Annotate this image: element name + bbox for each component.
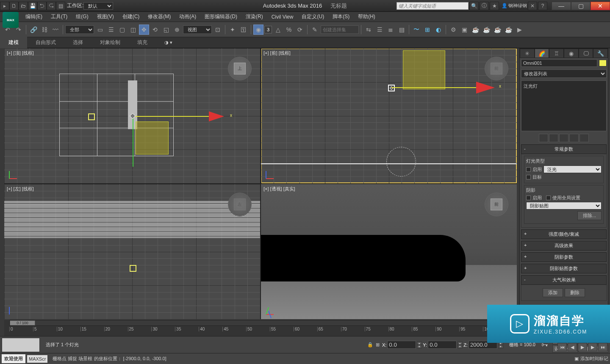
abs-rel-icon[interactable]: ⊞ — [376, 342, 380, 347]
teapot3-icon[interactable]: ☕ — [492, 25, 502, 35]
teapot2-icon[interactable]: ☕ — [481, 25, 491, 35]
lock-icon[interactable]: 🔒 — [367, 342, 373, 347]
window-maximize-button[interactable]: ▢ — [571, 2, 591, 10]
rollout-shadowmap[interactable]: +阴影贴图参数 — [521, 264, 607, 273]
ribbon-tab-selection[interactable]: 选择 — [64, 37, 92, 48]
menu-grapheditor[interactable]: 图形编辑器(D) — [200, 11, 241, 22]
window-crossing-icon[interactable]: ◫ — [128, 25, 138, 35]
delete-button[interactable]: 删除 — [565, 288, 585, 297]
maxscript-label[interactable]: MAXScr — [27, 355, 47, 363]
remove-mod-icon[interactable] — [569, 134, 579, 142]
select-name-icon[interactable]: ☰ — [106, 25, 116, 35]
unique-icon[interactable] — [559, 134, 568, 142]
viewcube-front[interactable]: 前 — [485, 57, 508, 80]
pin-stack-icon[interactable] — [539, 134, 548, 142]
menu-render[interactable]: 渲染(R) — [241, 11, 267, 22]
window-minimize-button[interactable]: — — [552, 2, 571, 10]
rect-region-icon[interactable]: ▢ — [117, 25, 127, 35]
ribbon-tab-freeform[interactable]: 自由形式 — [27, 37, 64, 48]
tab-motion-icon[interactable]: ◉ — [564, 49, 579, 58]
z-spinner-down[interactable]: ▾ — [498, 345, 503, 348]
object-color-swatch[interactable] — [599, 60, 607, 66]
viewport-top[interactable]: [+] [顶] [线框] x 上 — [4, 48, 260, 183]
enable-checkbox[interactable] — [526, 167, 531, 172]
shadow-type-select[interactable]: 阴影贴图 — [526, 202, 602, 210]
selection-filter-select[interactable]: 全部 — [65, 25, 94, 34]
workspace-select[interactable]: 默认 — [83, 2, 113, 10]
viewcube-left[interactable]: 左 — [228, 193, 252, 216]
search-icon[interactable]: 🔍 — [469, 2, 479, 10]
viewport-top-label[interactable]: [+] [顶] [线框] — [7, 50, 34, 56]
tab-hierarchy-icon[interactable]: ♖ — [549, 49, 564, 58]
pivot-icon[interactable]: ⊡ — [213, 25, 223, 35]
modifier-stack[interactable]: 泛光灯 — [521, 80, 607, 131]
scale-icon[interactable]: ◱ — [161, 25, 171, 35]
teapot1-icon[interactable]: ☕ — [470, 25, 480, 35]
menu-script[interactable]: 脚本(S) — [328, 11, 354, 22]
y-input[interactable] — [428, 341, 457, 349]
snap-toggle-icon[interactable]: ◉ — [253, 25, 263, 35]
target-checkbox[interactable] — [526, 175, 531, 179]
tab-utilities-icon[interactable]: 🔧 — [593, 49, 608, 58]
tab-modify-icon[interactable]: 🌈 — [535, 49, 549, 58]
omni-light-gizmo-left[interactable] — [130, 265, 136, 272]
app-logo[interactable]: MAX — [3, 12, 19, 28]
link-icon[interactable]: 🔗 — [28, 25, 39, 35]
schematic-icon[interactable]: ⊞ — [422, 25, 433, 35]
angle-snap-icon[interactable]: △ — [273, 25, 283, 35]
menu-animation[interactable]: 动画(A) — [175, 11, 200, 22]
menu-custom[interactable]: 自定义(U) — [297, 11, 328, 22]
modifier-list-select[interactable]: 修改器列表 — [521, 69, 607, 78]
time-tag-icon[interactable]: ▣ — [574, 356, 579, 361]
exchange-icon[interactable]: ✕ — [528, 2, 537, 10]
mod-stack-item[interactable]: 泛光灯 — [523, 82, 605, 90]
help-icon[interactable]: ? — [538, 2, 547, 10]
prev-frame-icon[interactable]: ◀ — [568, 343, 577, 351]
rollout-general-params[interactable]: -常规参数 — [521, 144, 607, 154]
undo-dd-icon[interactable]: ⮌ — [37, 2, 47, 10]
viewport-front-label[interactable]: [+] [前] [线框] — [263, 50, 291, 56]
config-icon[interactable] — [580, 134, 589, 142]
time-ruler[interactable]: 0510152025303540455055606570758085909510… — [9, 327, 507, 335]
goto-start-icon[interactable]: ⏮ — [557, 343, 567, 351]
object-name-input[interactable] — [521, 59, 597, 67]
curve-editor-icon[interactable]: 〜 — [411, 25, 421, 35]
menu-view[interactable]: 视图(V) — [93, 11, 118, 22]
menu-edit[interactable]: 编辑(E) — [21, 11, 47, 22]
render-icon[interactable]: ▶ — [514, 25, 524, 35]
x-spinner-up[interactable]: ▴ — [417, 342, 422, 345]
placement-icon[interactable]: ⊕ — [172, 25, 182, 35]
bind-icon[interactable]: 〰 — [50, 25, 61, 35]
infocenter-icon[interactable]: ⓘ — [480, 2, 489, 10]
material-editor-icon[interactable]: ◐ — [433, 25, 444, 35]
snap-value[interactable]: 3 — [264, 26, 272, 33]
save-icon[interactable]: 💾 — [28, 2, 37, 10]
exclude-button[interactable]: 排除... — [577, 211, 602, 220]
viewport-perspective[interactable]: [+] [透视] [真实] 前 — [261, 184, 517, 319]
mini-listener[interactable] — [2, 338, 40, 352]
ref-coord-select[interactable]: 视图 — [183, 25, 212, 34]
move-icon[interactable]: ✥ — [139, 25, 149, 35]
ribbon-tab-paint[interactable]: 对象绘制 — [92, 37, 129, 48]
spinner-snap-icon[interactable]: ⟳ — [295, 25, 305, 35]
omni-light-gizmo-front[interactable] — [388, 85, 395, 91]
light-type-select[interactable]: 泛光 — [543, 165, 602, 173]
menu-tools[interactable]: 工具(T) — [47, 11, 72, 22]
align-icon[interactable]: ☰ — [374, 25, 385, 35]
y-spinner-up[interactable]: ▴ — [458, 342, 463, 345]
mirror-icon[interactable]: ⇆ — [363, 25, 374, 35]
tab-display-icon[interactable]: 🖵 — [579, 49, 593, 58]
user-account[interactable]: 👤 钢神绿钢 — [502, 3, 527, 9]
render-frame-icon[interactable]: ▣ — [459, 25, 469, 35]
x-spinner-down[interactable]: ▾ — [417, 345, 422, 348]
play-icon[interactable]: ▶ — [578, 343, 587, 351]
menu-modifier[interactable]: 修改器(M) — [144, 11, 175, 22]
rollout-advanced[interactable]: +高级效果 — [521, 241, 607, 251]
menu-civilview[interactable]: Civil View — [267, 12, 298, 22]
window-close-button[interactable]: ✕ — [591, 2, 610, 10]
rotate-icon[interactable]: ⟲ — [150, 25, 160, 35]
time-slider-handle[interactable]: 0 / 100 — [10, 320, 35, 325]
open-icon[interactable]: 🗁 — [19, 2, 28, 10]
menu-help[interactable]: 帮助(H) — [354, 11, 380, 22]
global-checkbox[interactable] — [546, 196, 551, 200]
